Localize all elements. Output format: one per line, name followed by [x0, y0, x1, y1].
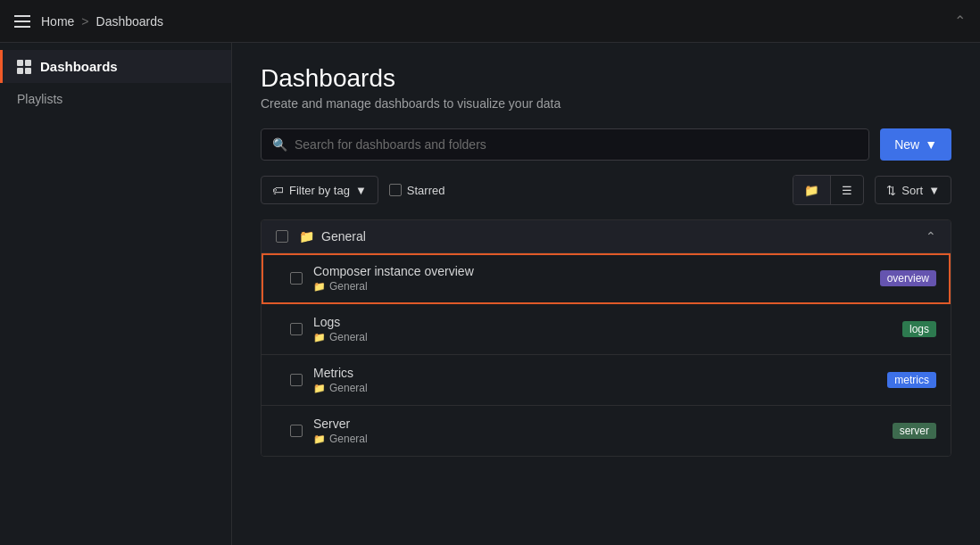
home-link[interactable]: Home — [41, 14, 74, 29]
new-button-chevron: ▼ — [925, 137, 937, 152]
search-icon: 🔍 — [272, 137, 287, 152]
dash-folder-label-composer: General — [329, 280, 368, 293]
sort-icon: ⇅ — [886, 184, 896, 197]
dash-folder-label-logs: General — [329, 331, 368, 343]
dash-info-composer: Composer instance overview 📁 General — [313, 264, 880, 293]
folder-view-icon: 📁 — [804, 184, 819, 197]
view-folder-button[interactable]: 📁 — [793, 176, 831, 204]
dash-checkbox-server[interactable] — [290, 425, 303, 437]
dash-tag-metrics: metrics — [887, 372, 936, 388]
sort-label: Sort — [901, 184, 923, 197]
dash-folder-logs: 📁 General — [313, 331, 902, 343]
group-name: General — [321, 229, 366, 244]
dash-name-metrics: Metrics — [313, 366, 887, 380]
dash-folder-label-metrics: General — [329, 382, 368, 394]
collapse-icon[interactable]: ⌃ — [954, 12, 966, 29]
dash-item-server[interactable]: Server 📁 General server — [262, 406, 951, 456]
main-content: Dashboards Create and manage dashboards … — [232, 43, 980, 545]
new-button[interactable]: New ▼ — [880, 128, 951, 161]
dash-name-composer: Composer instance overview — [313, 264, 880, 278]
tag-icon: 🏷 — [272, 184, 284, 197]
search-input[interactable] — [295, 137, 858, 152]
page-title: Dashboards — [261, 64, 951, 93]
starred-filter[interactable]: Starred — [389, 184, 445, 197]
dash-folder-composer: 📁 General — [313, 280, 880, 293]
dash-folder-metrics: 📁 General — [313, 382, 887, 394]
dash-name-server: Server — [313, 417, 893, 431]
breadcrumb: Home > Dashboards — [41, 14, 163, 29]
topbar-right: ⌃ — [954, 12, 966, 29]
filter-row: 🏷 Filter by tag ▼ Starred 📁 ☰ ⇅ Sort ▼ — [261, 175, 951, 205]
new-button-label: New — [894, 137, 919, 152]
group-collapse-icon[interactable]: ⌃ — [926, 229, 936, 244]
hamburger-icon[interactable] — [14, 15, 30, 28]
dash-checkbox-logs[interactable] — [290, 323, 303, 335]
dash-folder-icon-logs: 📁 — [313, 332, 326, 343]
dash-info-metrics: Metrics 📁 General — [313, 366, 887, 394]
grid-icon — [17, 60, 31, 74]
topbar-left: Home > Dashboards — [14, 14, 163, 29]
dash-info-logs: Logs 📁 General — [313, 315, 902, 343]
breadcrumb-separator: > — [81, 14, 88, 29]
sidebar-dashboards-label: Dashboards — [40, 59, 118, 74]
dash-tag-composer: overview — [880, 270, 936, 286]
search-row: 🔍 New ▼ — [261, 128, 951, 161]
layout: Dashboards Playlists Dashboards Create a… — [0, 43, 980, 545]
dash-folder-icon-server: 📁 — [313, 434, 326, 445]
page-subtitle: Create and manage dashboards to visualiz… — [261, 96, 951, 111]
sidebar-playlists-label: Playlists — [17, 92, 62, 106]
dash-tag-logs: logs — [902, 321, 936, 337]
dash-tag-server: server — [893, 423, 936, 439]
filter-tag-label: Filter by tag — [289, 184, 350, 197]
dash-item-metrics[interactable]: Metrics 📁 General metrics — [262, 355, 951, 406]
dash-checkbox-composer[interactable] — [290, 272, 303, 285]
dash-folder-icon-metrics: 📁 — [313, 383, 326, 394]
dashboard-list: 📁 General ⌃ Composer instance overview 📁… — [261, 219, 951, 457]
dash-folder-server: 📁 General — [313, 433, 893, 445]
filter-tag-chevron: ▼ — [355, 184, 367, 197]
sidebar-item-dashboards[interactable]: Dashboards — [0, 50, 231, 83]
current-page-label: Dashboards — [96, 14, 164, 29]
dash-item-composer[interactable]: Composer instance overview 📁 General ove… — [262, 253, 951, 304]
sort-button[interactable]: ⇅ Sort ▼ — [875, 176, 951, 204]
dash-name-logs: Logs — [313, 315, 902, 329]
group-folder-icon: 📁 — [299, 229, 314, 244]
starred-checkbox[interactable] — [389, 184, 402, 196]
group-header-general: 📁 General ⌃ — [262, 220, 951, 253]
search-input-wrap: 🔍 — [261, 128, 869, 161]
dash-item-logs[interactable]: Logs 📁 General logs — [262, 304, 951, 355]
starred-label: Starred — [407, 184, 445, 197]
group-checkbox[interactable] — [276, 230, 288, 243]
dash-folder-label-server: General — [329, 433, 368, 445]
topbar: Home > Dashboards ⌃ — [0, 0, 980, 43]
sidebar: Dashboards Playlists — [0, 43, 232, 545]
view-list-button[interactable]: ☰ — [831, 176, 863, 204]
dash-folder-icon: 📁 — [313, 281, 326, 293]
view-toggle: 📁 ☰ — [793, 175, 864, 205]
filter-tag-button[interactable]: 🏷 Filter by tag ▼ — [261, 176, 378, 204]
sidebar-item-playlists[interactable]: Playlists — [0, 83, 231, 115]
sort-chevron: ▼ — [928, 184, 940, 197]
dash-info-server: Server 📁 General — [313, 417, 893, 445]
dash-checkbox-metrics[interactable] — [290, 374, 303, 386]
list-view-icon: ☰ — [842, 184, 852, 197]
